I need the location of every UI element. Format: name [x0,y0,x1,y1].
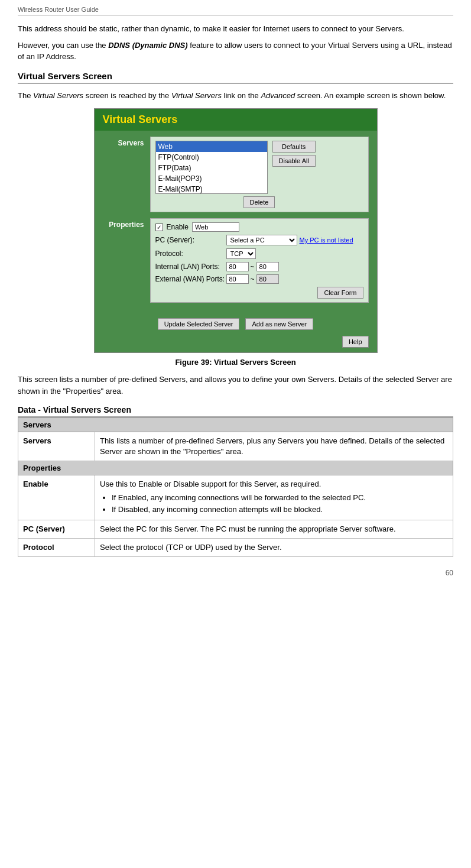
enable-bullet-2: If Disabled, any incoming connection att… [112,504,448,515]
field-enable: Enable [18,475,95,520]
intro-para1: This address should be static, rather th… [18,23,453,35]
desc-servers: This lists a number of pre-defined Serve… [95,432,453,461]
vs-properties-content: ✓ Enable PC (Server): Select a PC My PC … [150,218,369,303]
properties-area: ✓ Enable PC (Server): Select a PC My PC … [155,222,363,299]
body-para: This screen lists a number of pre-define… [18,374,453,397]
intro-para2: However, you can use the DDNS (Dynamic D… [18,40,453,63]
vs-properties-label: Properties [103,218,150,229]
desc-protocol: Select the protocol (TCP or UDP) used by… [95,539,453,557]
enable-bullet-1: If Enabled, any incoming connections wil… [112,493,448,503]
servers-group-header-row: Servers [18,418,453,432]
field-pc-server: PC (Server) [18,520,95,538]
protocol-select[interactable]: TCP UDP [226,248,256,259]
table-row-servers: Servers This lists a number of pre-defin… [18,432,453,461]
section-intro-para: The Virtual Servers screen is reached by… [18,90,453,102]
data-table: Servers Servers This lists a number of p… [18,417,453,557]
internal-ports-row: Internal (LAN) Ports: ~ [155,262,363,271]
help-row: Help [95,333,377,352]
update-selected-button[interactable]: Update Selected Server [158,318,240,330]
enable-label: Enable [167,223,189,231]
protocol-row: Protocol: TCP UDP [155,248,363,259]
page-header: Wireless Router User Guide [18,6,453,16]
delete-row: Delete [155,196,363,208]
servers-buttons: Defaults Disable All [272,141,316,194]
tilde2: ~ [251,275,255,283]
internal-port2-input[interactable] [256,262,279,271]
vs-properties-row: Properties ✓ Enable PC (Server): [103,218,369,303]
server-item-web[interactable]: Web [156,141,267,152]
virtual-servers-panel: Virtual Servers Servers Web FTP(Control)… [94,108,378,353]
bottom-buttons-row: Update Selected Server Add as new Server [95,315,377,333]
help-button[interactable]: Help [342,336,369,348]
desc-pc-server: Select the PC for this Server. The PC mu… [95,520,453,538]
internal-port1-input[interactable] [226,262,249,271]
pc-server-label: PC (Server): [155,236,226,244]
servers-list-area: Web FTP(Control) FTP(Data) E-Mail(POP3) … [155,141,363,194]
tilde1: ~ [251,263,255,271]
server-item-ftp-data[interactable]: FTP(Data) [156,163,267,173]
desc-enable: Use this to Enable or Disable support fo… [95,475,453,520]
vs-servers-content: Web FTP(Control) FTP(Data) E-Mail(POP3) … [150,137,369,212]
properties-group-header-row: Properties [18,461,453,475]
defaults-button[interactable]: Defaults [272,141,316,153]
field-servers: Servers [18,432,95,461]
external-ports-label: External (WAN) Ports: [155,275,226,283]
enable-value-input[interactable] [192,222,239,232]
server-item-ftp-control[interactable]: FTP(Control) [156,152,267,163]
table-row-enable: Enable Use this to Enable or Disable sup… [18,475,453,520]
server-item-email-smtp[interactable]: E-Mail(SMTP) [156,184,267,194]
server-listbox[interactable]: Web FTP(Control) FTP(Data) E-Mail(POP3) … [155,141,268,194]
section-heading-virtual-servers: Virtual Servers Screen [18,71,453,84]
delete-button[interactable]: Delete [243,196,275,208]
vs-title-bar: Virtual Servers [95,109,377,131]
data-section-heading: Data - Virtual Servers Screen [18,405,453,417]
internal-ports-label: Internal (LAN) Ports: [155,263,226,271]
vs-body: Servers Web FTP(Control) FTP(Data) E-Mai… [95,131,377,315]
my-pc-link[interactable]: My PC is not listed [300,237,353,244]
enable-bullets: If Enabled, any incoming connections wil… [112,493,448,515]
header-text: Wireless Router User Guide [18,6,99,13]
server-item-email-pop3[interactable]: E-Mail(POP3) [156,173,267,184]
servers-group-header: Servers [18,418,453,432]
figure-caption: Figure 39: Virtual Servers Screen [18,358,453,367]
protocol-label: Protocol: [155,250,226,258]
properties-group-header: Properties [18,461,453,475]
vs-servers-row: Servers Web FTP(Control) FTP(Data) E-Mai… [103,137,369,212]
pc-server-select[interactable]: Select a PC [226,235,297,245]
clear-form-row: Clear Form [155,287,363,299]
enable-row: ✓ Enable [155,222,363,232]
table-row-pc-server: PC (Server) Select the PC for this Serve… [18,520,453,538]
vs-servers-label: Servers [103,137,150,147]
page-number: 60 [18,569,453,577]
enable-checkbox[interactable]: ✓ [155,224,163,231]
external-port1-input[interactable] [226,274,249,284]
table-row-protocol: Protocol Select the protocol (TCP or UDP… [18,539,453,557]
screenshot-container: Virtual Servers Servers Web FTP(Control)… [18,108,453,353]
pc-server-row: PC (Server): Select a PC My PC is not li… [155,235,363,245]
external-ports-row: External (WAN) Ports: ~ [155,274,363,284]
external-port2-input[interactable] [256,274,279,284]
add-new-server-button[interactable]: Add as new Server [245,318,313,330]
disable-all-button[interactable]: Disable All [272,155,316,167]
clear-form-button[interactable]: Clear Form [317,287,363,299]
field-protocol: Protocol [18,539,95,557]
